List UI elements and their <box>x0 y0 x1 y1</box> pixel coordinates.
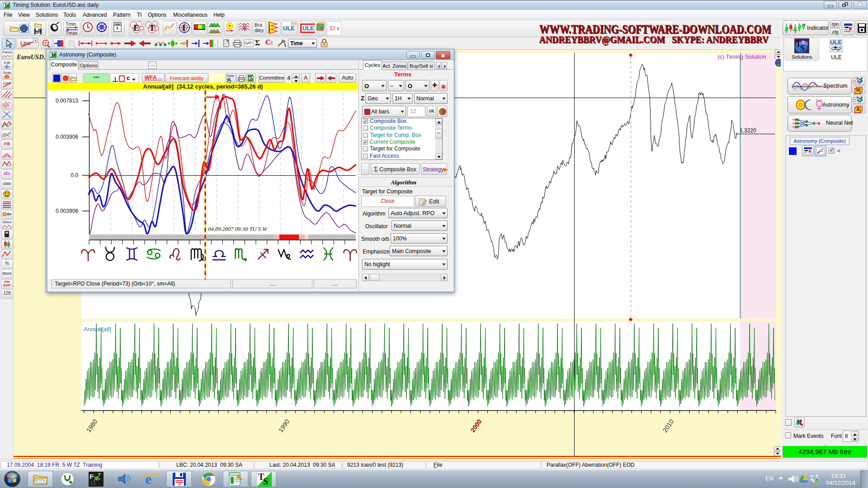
svg-text:0.003906: 0.003906 <box>56 134 78 140</box>
svg-text:1: 1 <box>116 26 118 30</box>
svg-text:S: S <box>800 44 805 53</box>
svg-text:ULE: ULE <box>830 39 842 46</box>
svg-text:I: I <box>182 23 185 33</box>
svg-text:CL: CL <box>90 481 96 486</box>
svg-text:B: B <box>320 26 323 31</box>
svg-text:S: S <box>263 476 268 486</box>
svg-text:T: T <box>149 23 155 33</box>
svg-text:1.3220: 1.3220 <box>740 127 756 134</box>
svg-text:EuroUSD.: EuroUSD. <box>16 53 45 61</box>
svg-text:(c) Timing Solution: (c) Timing Solution <box>717 53 766 60</box>
svg-text:0.0: 0.0 <box>71 172 78 178</box>
svg-text:F: F <box>90 473 94 480</box>
svg-text:Annual[all]: Annual[all] <box>84 326 111 333</box>
svg-text:04.09.2007 09:30 TU 5 W: 04.09.2007 09:30 TU 5 W <box>208 226 268 232</box>
svg-text:N: N <box>797 420 802 426</box>
svg-text:A: A <box>856 107 859 112</box>
svg-text:64: 64 <box>178 483 181 486</box>
svg-text:E: E <box>133 23 139 33</box>
svg-text:JAN: JAN <box>115 23 120 26</box>
svg-text:0.003906: 0.003906 <box>56 208 78 214</box>
svg-text:H: H <box>856 88 859 93</box>
svg-text:0.007813: 0.007813 <box>56 98 78 104</box>
svg-text:x: x <box>249 76 251 80</box>
